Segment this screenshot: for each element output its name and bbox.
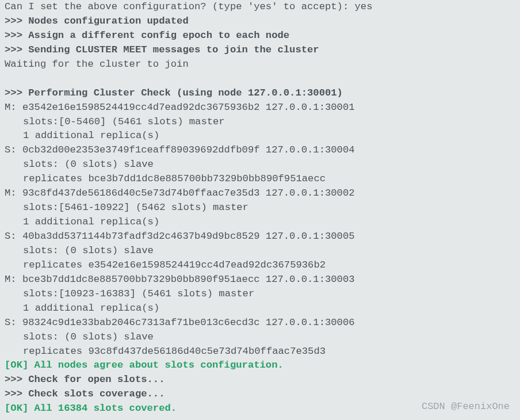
terminal-line-assign-epoch: >>> Assign a different config epoch to e…: [5, 29, 515, 43]
terminal-line-node-replica: 1 additional replica(s): [5, 301, 515, 316]
terminal-line-node: S: 98324c9d1e33bab2046c7313af71be013c6ec…: [5, 316, 515, 330]
terminal-line-prompt: Can I set the above configuration? (type…: [5, 0, 515, 14]
prompt-answer: yes: [355, 1, 373, 12]
terminal-line-waiting: Waiting for the cluster to join: [5, 58, 515, 72]
terminal-line-node-slots: slots: (0 slots) slave: [5, 158, 515, 172]
terminal-line-node-replicates: replicates bce3b7dd1dc8e885700bb7329b0bb…: [5, 172, 515, 186]
terminal-line-node: M: bce3b7dd1dc8e885700bb7329b0bb890f951a…: [5, 273, 515, 287]
terminal-line-ok-slots: [OK] All nodes agree about slots configu…: [5, 358, 515, 373]
terminal-line-node-replicates: replicates e3542e16e1598524419cc4d7ead92…: [5, 258, 515, 273]
terminal-line-node-slots: slots: (0 slots) slave: [5, 330, 515, 345]
terminal-line-sending-meet: >>> Sending CLUSTER MEET messages to joi…: [5, 43, 515, 58]
terminal-line-node: S: 40ba3dd5371144b73fadf3d2c4637b49d9bc8…: [5, 230, 515, 244]
terminal-line-node: M: e3542e16e1598524419cc4d7ead92dc367593…: [5, 101, 515, 115]
terminal-line-performing-check: >>> Performing Cluster Check (using node…: [5, 86, 515, 101]
terminal-line-node-slots: slots: (0 slots) slave: [5, 244, 515, 258]
terminal-line-node-slots: slots:[10923-16383] (5461 slots) master: [5, 287, 515, 301]
terminal-line-check-open: >>> Check for open slots...: [5, 373, 515, 387]
terminal-line-node: M: 93c8fd437de56186d40c5e73d74b0ffaac7e3…: [5, 186, 515, 201]
terminal-line-node-replica: 1 additional replica(s): [5, 129, 515, 143]
prompt-question: Can I set the above configuration? (type…: [5, 1, 355, 12]
terminal-line-node-replica: 1 additional replica(s): [5, 215, 515, 230]
terminal-line-node-slots: slots:[5461-10922] (5462 slots) master: [5, 201, 515, 215]
terminal-line-node-replicates: replicates 93c8fd437de56186d40c5e73d74b0…: [5, 345, 515, 359]
watermark-text: CSDN @FeenixOne: [422, 400, 510, 414]
terminal-line-node: S: 0cb32d00e2353e3749f1ceaff89039692ddfb…: [5, 143, 515, 158]
terminal-line-node-slots: slots:[0-5460] (5461 slots) master: [5, 115, 515, 129]
terminal-line-nodes-updated: >>> Nodes configuration updated: [5, 14, 515, 29]
terminal-line-blank: [5, 72, 515, 86]
